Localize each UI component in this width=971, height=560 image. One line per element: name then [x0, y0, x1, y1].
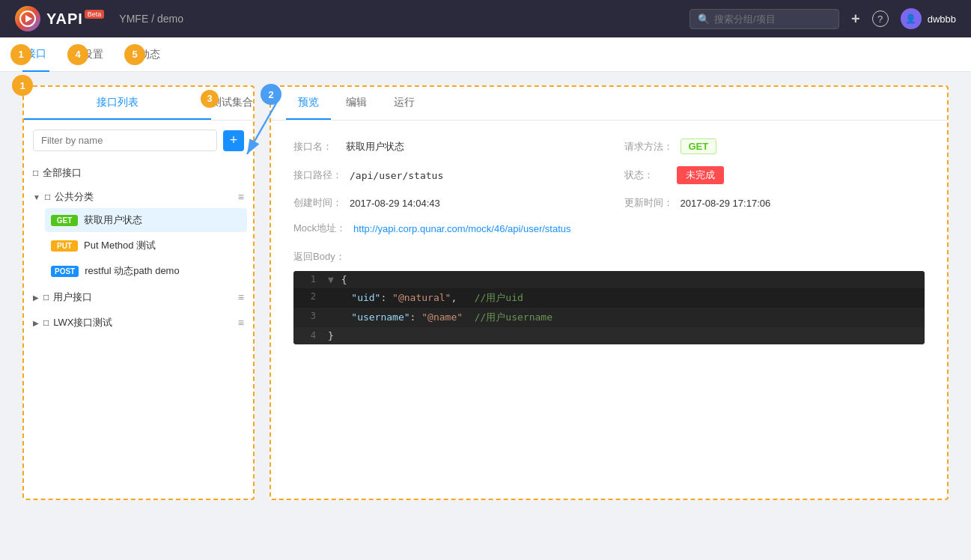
info-row-status: 状态： 未完成 — [624, 166, 925, 184]
list-item[interactable]: PUT Put Method 测试 — [45, 234, 247, 258]
search-icon: 🔍 — [698, 13, 710, 25]
code-line-4: 4 } — [293, 327, 925, 344]
api-path-value: /api/user/status — [350, 170, 443, 181]
info-row-method: 请求方法： GET — [624, 139, 925, 154]
request-method-label: 请求方法： — [624, 140, 673, 153]
group-header-left: ▶ □ 用户接口 — [33, 290, 92, 304]
annotation-4: 4 — [67, 44, 88, 65]
search-bar[interactable]: 🔍 — [690, 9, 839, 29]
api-name: Put Method 测试 — [84, 239, 156, 252]
tree-group-public: ▼ □ 公共分类 ≡ GET 获取用户状态 PUT Put Meth — [30, 186, 247, 283]
svg-marker-1 — [25, 15, 32, 22]
folder-icon: □ — [43, 292, 49, 302]
group-menu-icon[interactable]: ≡ — [238, 317, 244, 329]
code-line-3: 3 "username": "@name" //用户username — [293, 308, 925, 327]
help-icon[interactable]: ? — [872, 10, 889, 27]
annotation-5: 5 — [124, 44, 145, 65]
method-badge-post: POST — [51, 266, 79, 277]
return-body-label: 返回Body： — [293, 250, 925, 264]
left-panel: 1 接口列表 3 测试集合 + □ 全部接口 ▼ — [22, 85, 255, 500]
info-row-updated: 更新时间： 2017-08-29 17:17:06 — [624, 196, 925, 210]
add-api-button[interactable]: + — [223, 130, 244, 151]
group-label-user: 用户接口 — [53, 290, 92, 304]
mock-label: Mock地址： — [293, 222, 346, 235]
status-badge: 未完成 — [677, 166, 724, 184]
created-value: 2017-08-29 14:04:43 — [350, 198, 440, 209]
method-badge-put: PUT — [51, 240, 78, 252]
beta-badge: Beta — [85, 10, 105, 19]
code-line-1: 1 ▼ { — [293, 271, 925, 288]
info-row-name: 接口名： 获取用户状态 — [293, 139, 594, 154]
method-badge-get: GET — [51, 215, 78, 226]
group-menu-icon[interactable]: ≡ — [238, 291, 244, 303]
user-area[interactable]: 👤 dwbbb — [901, 8, 956, 29]
avatar: 👤 — [901, 8, 922, 29]
api-path-label: 接口路径： — [293, 168, 342, 182]
info-row-created: 创建时间： 2017-08-29 14:04:43 — [293, 196, 594, 210]
triangle-icon: ▶ — [33, 293, 39, 302]
header-right: 🔍 + ? 👤 dwbbb — [690, 8, 956, 29]
tab-api-list[interactable]: 接口列表 — [24, 87, 211, 120]
panel-tabs: 接口列表 3 测试集合 — [24, 87, 253, 121]
tab-preview[interactable]: 预览 — [286, 87, 331, 120]
group-header-public[interactable]: ▼ □ 公共分类 ≡ — [30, 186, 247, 208]
tab-edit[interactable]: 编辑 — [334, 87, 379, 120]
group-header-user[interactable]: ▶ □ 用户接口 ≡ — [30, 286, 247, 308]
tree-group-lwx: ▶ □ LWX接口测试 ≡ — [30, 311, 247, 334]
user-name: dwbbb — [928, 13, 956, 25]
filter-area: + — [24, 121, 253, 160]
group-label-public: 公共分类 — [55, 190, 94, 204]
api-name: 获取用户状态 — [84, 213, 142, 227]
tab-run[interactable]: 运行 — [382, 87, 427, 120]
triangle-icon: ▶ — [33, 319, 39, 327]
mock-url[interactable]: http://yapi.corp.qunar.com/mock/46/api/u… — [353, 223, 570, 234]
sub-nav: 1 接口 4 设置 5 动态 — [0, 37, 971, 72]
created-label: 创建时间： — [293, 196, 342, 210]
right-tabs: 预览 编辑 运行 — [271, 87, 947, 121]
logo-text: YAPI — [46, 10, 83, 28]
triangle-icon: ▼ — [33, 193, 40, 201]
all-apis-label: 全部接口 — [43, 166, 82, 180]
logo-icon — [15, 6, 40, 31]
updated-label: 更新时间： — [624, 196, 673, 210]
list-item[interactable]: POST restful 动态path demo — [45, 259, 247, 283]
group-header-lwx[interactable]: ▶ □ LWX接口测试 ≡ — [30, 311, 247, 334]
filter-input[interactable] — [33, 130, 217, 151]
updated-value: 2017-08-29 17:17:06 — [681, 198, 771, 209]
list-item[interactable]: GET 获取用户状态 — [45, 208, 247, 232]
api-name: restful 动态path demo — [85, 264, 179, 278]
group-header-left: ▶ □ LWX接口测试 — [33, 316, 112, 329]
info-row-path: 接口路径： /api/user/status — [293, 166, 594, 184]
annotation-1-panel: 1 — [12, 75, 33, 96]
api-tree: □ 全部接口 ▼ □ 公共分类 ≡ GET 获取用户状态 — [24, 160, 253, 334]
folder-icon: □ — [43, 317, 49, 328]
return-body-section: 返回Body： 1 ▼ { 2 "uid": "@natural", //用户u… — [293, 250, 925, 344]
header-left: YAPI Beta YMFE / demo — [15, 6, 183, 31]
folder-icon: □ — [33, 168, 38, 178]
plus-icon[interactable]: + — [851, 10, 860, 28]
search-input[interactable] — [714, 13, 827, 25]
mock-row: Mock地址： http://yapi.corp.qunar.com/mock/… — [293, 222, 925, 235]
header: YAPI Beta YMFE / demo 🔍 + ? 👤 dwbbb — [0, 0, 971, 37]
logo-area: YAPI Beta — [15, 6, 104, 31]
code-editor: 1 ▼ { 2 "uid": "@natural", //用户uid 3 "us… — [293, 271, 925, 344]
tree-items-public: GET 获取用户状态 PUT Put Method 测试 POST restfu… — [30, 208, 247, 283]
api-name-value: 获取用户状态 — [346, 140, 404, 153]
api-name-label: 接口名： — [293, 140, 338, 153]
group-label-lwx: LWX接口测试 — [53, 316, 112, 329]
right-panel: 预览 编辑 运行 接口名： 获取用户状态 请求方法： GET 接口路径： /ap… — [270, 85, 949, 500]
method-badge: GET — [681, 139, 717, 154]
annotation-2: 2 — [261, 84, 281, 105]
tree-group-user: ▶ □ 用户接口 ≡ — [30, 286, 247, 308]
group-header-left: ▼ □ 公共分类 — [33, 190, 94, 204]
breadcrumb[interactable]: YMFE / demo — [119, 13, 183, 25]
status-label: 状态： — [624, 168, 669, 182]
annotation-1: 1 — [10, 44, 31, 65]
folder-icon: □ — [45, 192, 50, 202]
annotation-3: 3 — [201, 90, 219, 108]
code-line-2: 2 "uid": "@natural", //用户uid — [293, 288, 925, 308]
group-menu-icon[interactable]: ≡ — [238, 191, 244, 203]
tree-root-all[interactable]: □ 全部接口 — [30, 160, 247, 186]
content-area: 接口名： 获取用户状态 请求方法： GET 接口路径： /api/user/st… — [271, 121, 947, 362]
